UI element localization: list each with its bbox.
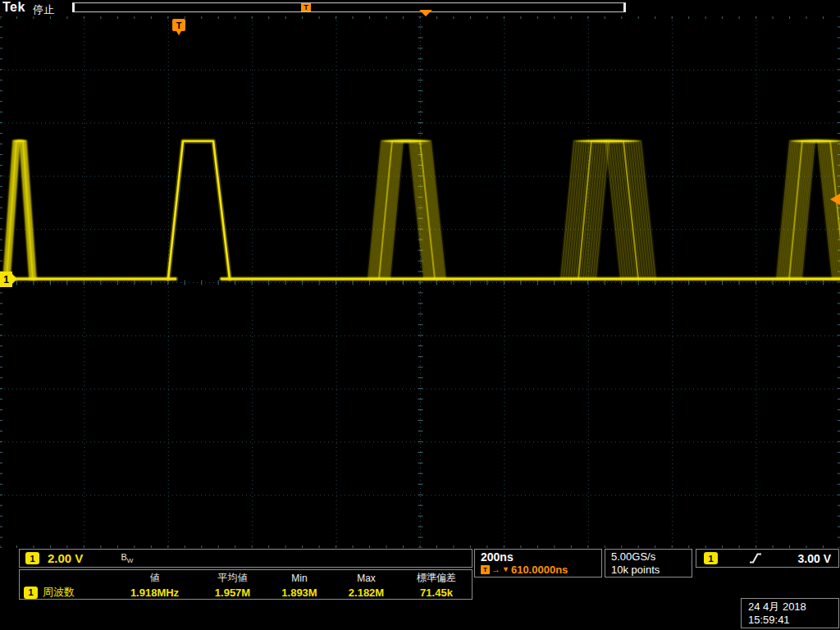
channel-1-scale-readout: 2.00 V [48,551,83,565]
trigger-level-readout: 3.00 V [798,552,831,565]
meas-mean: 1.957M [198,587,267,599]
meas-header: 値 [112,571,198,585]
arrow-right-icon: → [491,564,500,576]
trigger-delay-t-icon: T [481,565,490,574]
channel-1-ground-marker: 1 [0,272,12,287]
rising-edge-trigger-icon [749,552,762,564]
trigger-readout: 1 3.00 V [696,549,839,568]
bw-letter: B [121,552,126,562]
trigger-point-flag: T [172,19,185,31]
meas-header: Min [267,573,331,584]
horizontal-readout: 200ns T → ▼ 610.0000ns [474,549,602,578]
measurement-header-row: 値 平均値 Min Max 標準偏差 [20,571,472,585]
meas-value: 1.918MHz [112,587,198,599]
datetime-panel: 24 4月 2018 15:59:41 [741,598,839,628]
trigger-position-icon [419,10,432,16]
meas-min: 1.893M [267,587,331,599]
meas-header: 平均値 [198,571,267,585]
measurement-panel: 値 平均値 Min Max 標準偏差 1 周波数 1.918MHz 1.957M… [19,569,472,600]
bandwidth-limit-indicator: BW [121,552,133,564]
meas-header: Max [331,573,401,584]
top-status-bar: Tek 停止 T [0,0,840,16]
channel-1-badge: 1 [25,552,39,564]
meas-stddev: 71.45k [401,587,472,599]
delay-marker-icon: ▼ [502,564,509,576]
measurement-source: 1 周波数 [20,585,112,600]
acquisition-status: 停止 [33,2,54,17]
sample-rate-readout: 5.00GS/s [611,550,686,564]
meas-max: 2.182M [331,587,401,599]
bw-sub: W [127,557,134,564]
tek-logo: Tek [2,0,25,15]
record-length-readout: 10k points [611,564,686,577]
date-readout: 24 4月 2018 [748,600,832,614]
time-readout: 15:59:41 [748,614,832,627]
measurement-value-row: 1 周波数 1.918MHz 1.957M 1.893M 2.182M 71.4… [20,585,472,599]
meas-header: 標準偏差 [401,571,472,585]
channel-1-badge: 1 [24,587,38,599]
trigger-delay-readout: T → ▼ 610.0000ns [481,564,596,576]
measurement-name: 周波数 [43,585,75,600]
channel-1-badge: 1 [704,552,718,564]
channel-1-readout: 1 2.00 V BW [19,549,472,568]
trigger-level-arrow-icon [830,194,840,205]
timebase-readout: 200ns [481,550,596,564]
acquisition-readout: 5.00GS/s 10k points [605,549,692,578]
record-trigger-marker: T [301,3,311,11]
waveform-display [0,16,840,548]
record-view-bar: T [72,2,626,12]
trigger-delay-value: 610.0000ns [511,564,568,576]
